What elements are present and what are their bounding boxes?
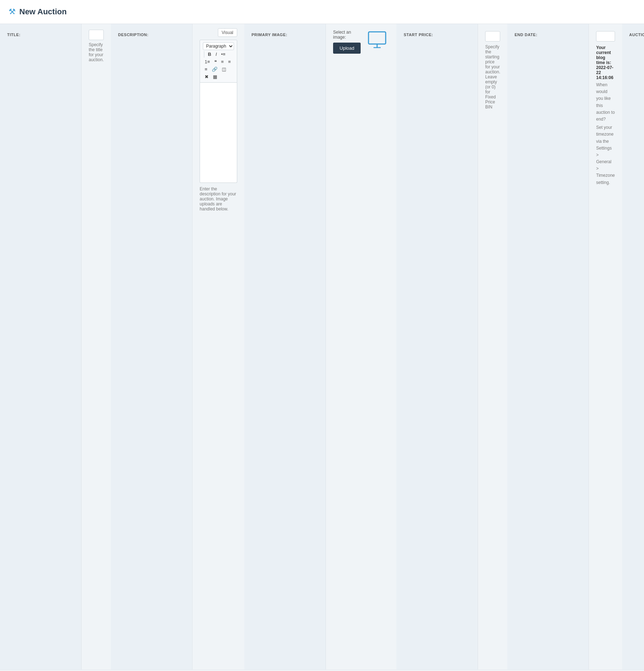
start-price-input[interactable]	[485, 31, 500, 42]
title-input[interactable]	[89, 30, 104, 40]
title-row: TITLE: Specify the title for your auctio…	[0, 24, 111, 670]
timezone-hint: Set your timezone via the Settings > Gen…	[596, 124, 615, 186]
ul-button[interactable]: •≡	[219, 51, 227, 58]
end-date-field-content: Your current blog time is: 2022-07-22 14…	[589, 24, 622, 670]
page-title: New Auction	[19, 7, 67, 16]
primary-image-row: PRIMARY IMAGE: Select an image: Upload	[244, 24, 396, 670]
table-button[interactable]: ◫	[220, 66, 228, 73]
start-price-label: START PRICE:	[404, 31, 433, 37]
align-left-button[interactable]: ≡	[219, 58, 226, 65]
italic-button[interactable]: I	[214, 51, 219, 58]
description-label: DESCRIPTION:	[118, 31, 148, 37]
align-right-button[interactable]: ≡	[203, 66, 209, 73]
end-date-label-col: END DATE:	[507, 24, 589, 670]
auction-category-label-col: AUCTION CATEGORY:	[622, 24, 644, 670]
align-center-button[interactable]: ≡	[226, 58, 233, 65]
image-field-content: Select an image: Upload	[326, 24, 368, 670]
description-label-col: DESCRIPTION:	[111, 24, 192, 670]
visual-button[interactable]: Visual	[218, 28, 237, 37]
monitor-icon	[368, 31, 389, 49]
grid-button[interactable]: ▦	[211, 73, 219, 80]
start-price-field-content: Specify the starting price for your auct…	[478, 24, 507, 670]
end-date-label: END DATE:	[514, 31, 537, 37]
end-date-row: END DATE: Your current blog time is: 202…	[507, 24, 622, 670]
description-row: DESCRIPTION: Visual Paragraph B I •≡ 1≡ …	[111, 24, 244, 670]
main-layout: TITLE: Specify the title for your auctio…	[0, 24, 644, 670]
start-price-row: START PRICE: Specify the starting price …	[396, 24, 507, 670]
ol-button[interactable]: 1≡	[203, 58, 212, 65]
editor-toolbar: Paragraph B I •≡ 1≡ ❝ ≡ ≡ ≡ 🔗 ◫ ✖ ▦	[200, 40, 237, 83]
auction-icon: ⚒	[9, 7, 16, 16]
blog-time-note: Your current blog time is: 2022-07-22 14…	[596, 45, 615, 80]
primary-image-label-col: PRIMARY IMAGE:	[244, 24, 326, 670]
monitor-icon-area	[368, 24, 396, 670]
bold-button[interactable]: B	[206, 51, 213, 58]
select-image-label: Select an image:	[333, 30, 361, 40]
link-button[interactable]: 🔗	[210, 66, 219, 73]
start-price-hint: Specify the starting price for your auct…	[485, 44, 500, 110]
format-select[interactable]: Paragraph	[203, 42, 234, 50]
page-header: ⚒ New Auction	[0, 0, 644, 24]
auction-category-label: AUCTION CATEGORY:	[629, 31, 644, 37]
title-label: TITLE:	[7, 31, 20, 37]
editor-area[interactable]	[200, 83, 237, 183]
description-field-content: Visual Paragraph B I •≡ 1≡ ❝ ≡ ≡ ≡ 🔗 ◫ ✖…	[192, 24, 244, 670]
title-field-content: Specify the title for your auction.	[82, 24, 111, 670]
title-hint: Specify the title for your auction.	[89, 42, 104, 62]
svg-rect-0	[369, 32, 386, 44]
toolbar-sep-1	[204, 51, 204, 58]
when-end-hint: When would you like this auction to end?	[596, 82, 615, 123]
start-price-label-col: START PRICE:	[396, 24, 478, 670]
end-date-input[interactable]	[596, 31, 615, 42]
upload-button[interactable]: Upload	[333, 43, 361, 54]
title-label-col: TITLE:	[0, 24, 82, 670]
strikethrough-button[interactable]: ✖	[203, 73, 210, 80]
quote-button[interactable]: ❝	[213, 58, 219, 65]
description-hint: Enter the description for your auction. …	[200, 186, 237, 211]
auction-category-row: AUCTION CATEGORY: Uncategorised Specify …	[622, 24, 644, 670]
primary-image-label: PRIMARY IMAGE:	[252, 31, 287, 37]
